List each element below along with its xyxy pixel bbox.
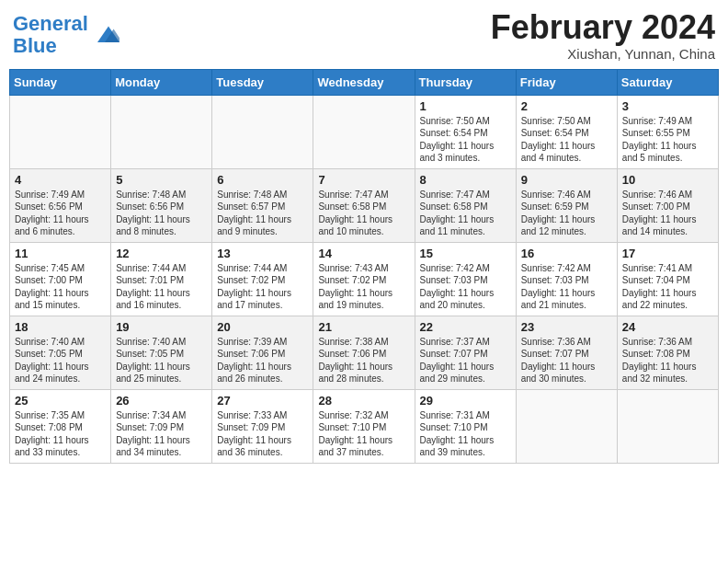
calendar-week-row: 25Sunrise: 7:35 AMSunset: 7:08 PMDayligh… [10, 389, 719, 463]
calendar-day-cell: 5Sunrise: 7:48 AMSunset: 6:56 PMDaylight… [111, 168, 212, 242]
calendar-day-cell: 29Sunrise: 7:31 AMSunset: 7:10 PMDayligh… [415, 389, 516, 463]
day-number: 29 [420, 394, 511, 408]
day-info: Sunrise: 7:44 AMSunset: 7:01 PMDaylight:… [116, 262, 207, 312]
calendar-day-cell: 27Sunrise: 7:33 AMSunset: 7:09 PMDayligh… [212, 389, 313, 463]
day-info: Sunrise: 7:40 AMSunset: 7:05 PMDaylight:… [116, 336, 207, 385]
day-number: 1 [420, 99, 511, 113]
weekday-header-tuesday: Tuesday [212, 69, 313, 95]
day-info: Sunrise: 7:42 AMSunset: 7:03 PMDaylight:… [420, 262, 511, 312]
day-number: 20 [217, 320, 308, 334]
day-number: 26 [116, 394, 207, 408]
calendar-day-cell: 20Sunrise: 7:39 AMSunset: 7:06 PMDayligh… [212, 316, 313, 389]
day-number: 8 [420, 173, 511, 187]
weekday-header-thursday: Thursday [415, 69, 516, 95]
calendar-week-row: 4Sunrise: 7:49 AMSunset: 6:56 PMDaylight… [10, 168, 719, 242]
calendar-day-cell: 14Sunrise: 7:43 AMSunset: 7:02 PMDayligh… [313, 242, 415, 316]
day-number: 6 [217, 173, 308, 187]
calendar-day-cell: 10Sunrise: 7:46 AMSunset: 7:00 PMDayligh… [617, 168, 718, 242]
page-header: General Blue February 2024 Xiushan, Yunn… [9, 9, 719, 62]
weekday-header-wednesday: Wednesday [313, 69, 415, 95]
subtitle: Xiushan, Yunnan, China [491, 46, 715, 62]
logo: General Blue [13, 13, 119, 57]
day-number: 28 [318, 394, 409, 408]
day-info: Sunrise: 7:44 AMSunset: 7:02 PMDaylight:… [217, 262, 308, 312]
day-number: 16 [521, 247, 612, 260]
calendar-day-cell: 21Sunrise: 7:38 AMSunset: 7:06 PMDayligh… [313, 316, 415, 389]
calendar-week-row: 11Sunrise: 7:45 AMSunset: 7:00 PMDayligh… [10, 242, 719, 316]
main-title: February 2024 [491, 9, 715, 46]
title-block: February 2024 Xiushan, Yunnan, China [491, 9, 715, 62]
day-info: Sunrise: 7:40 AMSunset: 7:05 PMDaylight:… [15, 336, 106, 385]
day-number: 3 [622, 99, 713, 113]
calendar-day-cell: 17Sunrise: 7:41 AMSunset: 7:04 PMDayligh… [617, 242, 718, 316]
day-number: 21 [318, 320, 409, 334]
calendar-day-cell: 19Sunrise: 7:40 AMSunset: 7:05 PMDayligh… [111, 316, 212, 389]
day-number: 4 [15, 173, 106, 187]
calendar-day-cell: 24Sunrise: 7:36 AMSunset: 7:08 PMDayligh… [617, 316, 718, 389]
day-info: Sunrise: 7:38 AMSunset: 7:06 PMDaylight:… [318, 336, 409, 385]
day-number: 12 [116, 247, 207, 260]
day-number: 25 [15, 394, 106, 408]
calendar-day-cell: 18Sunrise: 7:40 AMSunset: 7:05 PMDayligh… [10, 316, 111, 389]
day-number: 13 [217, 247, 308, 260]
day-info: Sunrise: 7:50 AMSunset: 6:54 PMDaylight:… [420, 115, 511, 165]
weekday-header-friday: Friday [516, 69, 617, 95]
day-info: Sunrise: 7:36 AMSunset: 7:07 PMDaylight:… [521, 336, 612, 385]
day-info: Sunrise: 7:48 AMSunset: 6:57 PMDaylight:… [217, 189, 308, 238]
day-number: 17 [622, 247, 713, 260]
day-info: Sunrise: 7:43 AMSunset: 7:02 PMDaylight:… [318, 262, 409, 312]
logo-text: General Blue [13, 13, 88, 57]
calendar-day-cell: 22Sunrise: 7:37 AMSunset: 7:07 PMDayligh… [415, 316, 516, 389]
calendar-day-cell [516, 389, 617, 463]
calendar-day-cell: 16Sunrise: 7:42 AMSunset: 7:03 PMDayligh… [516, 242, 617, 316]
weekday-header-row: SundayMondayTuesdayWednesdayThursdayFrid… [10, 69, 719, 95]
day-info: Sunrise: 7:46 AMSunset: 7:00 PMDaylight:… [622, 189, 713, 238]
day-info: Sunrise: 7:41 AMSunset: 7:04 PMDaylight:… [622, 262, 713, 312]
weekday-header-saturday: Saturday [617, 69, 718, 95]
calendar-day-cell: 11Sunrise: 7:45 AMSunset: 7:00 PMDayligh… [10, 242, 111, 316]
calendar-day-cell [212, 95, 313, 168]
day-number: 9 [521, 173, 612, 187]
calendar-table: SundayMondayTuesdayWednesdayThursdayFrid… [9, 69, 719, 464]
calendar-week-row: 18Sunrise: 7:40 AMSunset: 7:05 PMDayligh… [10, 316, 719, 389]
calendar-day-cell: 28Sunrise: 7:32 AMSunset: 7:10 PMDayligh… [313, 389, 415, 463]
calendar-day-cell: 13Sunrise: 7:44 AMSunset: 7:02 PMDayligh… [212, 242, 313, 316]
day-number: 22 [420, 320, 511, 334]
day-number: 7 [318, 173, 409, 187]
calendar-day-cell [313, 95, 415, 168]
day-info: Sunrise: 7:37 AMSunset: 7:07 PMDaylight:… [420, 336, 511, 385]
calendar-day-cell: 6Sunrise: 7:48 AMSunset: 6:57 PMDaylight… [212, 168, 313, 242]
calendar-body: 1Sunrise: 7:50 AMSunset: 6:54 PMDaylight… [10, 95, 719, 463]
calendar-day-cell: 26Sunrise: 7:34 AMSunset: 7:09 PMDayligh… [111, 389, 212, 463]
day-number: 10 [622, 173, 713, 187]
calendar-day-cell [10, 95, 111, 168]
day-info: Sunrise: 7:47 AMSunset: 6:58 PMDaylight:… [318, 189, 409, 238]
day-info: Sunrise: 7:31 AMSunset: 7:10 PMDaylight:… [420, 409, 511, 459]
calendar-day-cell [111, 95, 212, 168]
day-number: 14 [318, 247, 409, 260]
calendar-day-cell: 23Sunrise: 7:36 AMSunset: 7:07 PMDayligh… [516, 316, 617, 389]
calendar-day-cell [617, 389, 718, 463]
day-info: Sunrise: 7:34 AMSunset: 7:09 PMDaylight:… [116, 409, 207, 459]
day-info: Sunrise: 7:32 AMSunset: 7:10 PMDaylight:… [318, 409, 409, 459]
logo-icon [90, 20, 119, 50]
calendar-header: SundayMondayTuesdayWednesdayThursdayFrid… [10, 69, 719, 95]
calendar-day-cell: 8Sunrise: 7:47 AMSunset: 6:58 PMDaylight… [415, 168, 516, 242]
day-info: Sunrise: 7:39 AMSunset: 7:06 PMDaylight:… [217, 336, 308, 385]
day-info: Sunrise: 7:45 AMSunset: 7:00 PMDaylight:… [15, 262, 106, 312]
day-number: 18 [15, 320, 106, 334]
day-info: Sunrise: 7:35 AMSunset: 7:08 PMDaylight:… [15, 409, 106, 459]
day-info: Sunrise: 7:47 AMSunset: 6:58 PMDaylight:… [420, 189, 511, 238]
calendar-day-cell: 2Sunrise: 7:50 AMSunset: 6:54 PMDaylight… [516, 95, 617, 168]
day-number: 11 [15, 247, 106, 260]
calendar-day-cell: 4Sunrise: 7:49 AMSunset: 6:56 PMDaylight… [10, 168, 111, 242]
calendar-week-row: 1Sunrise: 7:50 AMSunset: 6:54 PMDaylight… [10, 95, 719, 168]
calendar-day-cell: 7Sunrise: 7:47 AMSunset: 6:58 PMDaylight… [313, 168, 415, 242]
day-info: Sunrise: 7:36 AMSunset: 7:08 PMDaylight:… [622, 336, 713, 385]
weekday-header-monday: Monday [111, 69, 212, 95]
day-info: Sunrise: 7:33 AMSunset: 7:09 PMDaylight:… [217, 409, 308, 459]
day-info: Sunrise: 7:48 AMSunset: 6:56 PMDaylight:… [116, 189, 207, 238]
day-info: Sunrise: 7:49 AMSunset: 6:55 PMDaylight:… [622, 115, 713, 165]
day-number: 23 [521, 320, 612, 334]
weekday-header-sunday: Sunday [10, 69, 111, 95]
